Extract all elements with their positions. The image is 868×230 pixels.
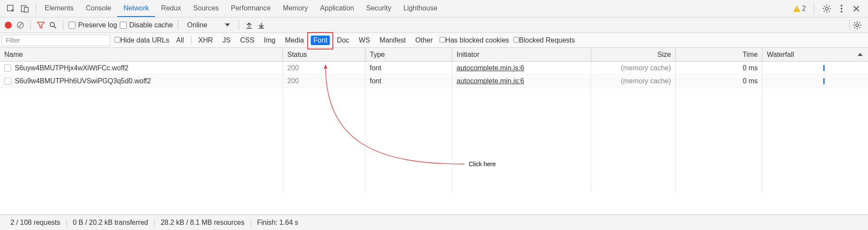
chip-css[interactable]: CSS <box>237 36 257 45</box>
chip-doc[interactable]: Doc <box>334 36 352 45</box>
file-icon <box>4 65 11 72</box>
throttling-select[interactable]: Online <box>184 21 233 29</box>
column-size[interactable]: Size <box>591 48 676 61</box>
chip-font[interactable]: Font <box>311 36 330 45</box>
tab-sources[interactable]: Sources <box>187 0 225 17</box>
cell-name: S6uyw4BMUTPHjx4wXiWtFCc.woff2 <box>0 62 283 74</box>
annotation-label: Click here <box>469 161 496 168</box>
gear-icon[interactable] <box>822 4 832 13</box>
filter-toggle-icon[interactable] <box>36 20 46 30</box>
tab-performance[interactable]: Performance <box>225 0 277 17</box>
svg-point-5 <box>825 7 828 10</box>
file-icon <box>4 78 11 85</box>
tab-redux[interactable]: Redux <box>155 0 187 17</box>
tab-console[interactable]: Console <box>80 0 118 17</box>
chip-xhr[interactable]: XHR <box>196 36 216 45</box>
throttling-value: Online <box>187 21 207 29</box>
chip-manifest[interactable]: Manifest <box>377 36 408 45</box>
download-har-icon[interactable] <box>256 20 266 30</box>
cell-name: S6u9w4BMUTPHh6UVSwiPGQ3q5d0.woff2 <box>0 75 283 87</box>
close-icon[interactable] <box>852 4 861 13</box>
preserve-log-checkbox[interactable]: Preserve log <box>69 21 117 29</box>
divider <box>191 36 191 44</box>
column-time[interactable]: Time <box>676 48 763 61</box>
warning-count: 2 <box>802 5 806 13</box>
cell-time: 0 ms <box>676 75 763 87</box>
cell-type: font <box>365 75 452 87</box>
svg-point-16 <box>841 11 842 13</box>
clear-button[interactable] <box>16 20 25 30</box>
column-name[interactable]: Name <box>0 48 283 61</box>
svg-line-33 <box>859 22 861 23</box>
table-row[interactable]: S6u9w4BMUTPHh6UVSwiPGQ3q5d0.woff2 200 fo… <box>0 75 868 88</box>
preserve-log-label: Preserve log <box>78 21 117 29</box>
has-blocked-cookies-checkbox[interactable]: Has blocked cookies <box>440 36 509 44</box>
panel-tab-list: Elements Console Network Redux Sources P… <box>39 0 444 17</box>
cell-status: 200 <box>283 75 365 87</box>
blocked-requests-label: Blocked Requests <box>519 36 575 44</box>
chip-all[interactable]: All <box>174 36 187 45</box>
cell-waterfall <box>763 62 868 74</box>
chip-js[interactable]: JS <box>220 36 233 45</box>
svg-point-14 <box>841 5 842 7</box>
network-table-header: Name Status Type Initiator Size Time Wat… <box>0 48 868 62</box>
column-waterfall[interactable]: Waterfall <box>763 48 868 61</box>
device-toggle-icon[interactable] <box>20 4 30 13</box>
search-icon[interactable] <box>48 20 58 30</box>
svg-line-32 <box>854 27 855 28</box>
tab-application[interactable]: Application <box>314 0 360 17</box>
waterfall-bar <box>823 78 825 84</box>
initiator-link[interactable]: autocomplete.min.js:6 <box>457 64 524 72</box>
warnings-badge[interactable]: 2 <box>793 5 806 13</box>
svg-line-13 <box>829 6 830 7</box>
cell-initiator: autocomplete.min.js:6 <box>452 62 591 74</box>
divider <box>239 20 239 30</box>
svg-rect-2 <box>24 7 28 12</box>
chip-img[interactable]: Img <box>261 36 278 45</box>
cell-status: 200 <box>283 62 365 74</box>
record-icon <box>5 22 12 29</box>
tab-elements[interactable]: Elements <box>39 0 80 17</box>
svg-rect-4 <box>796 10 797 11</box>
sort-ascending-icon <box>858 53 863 56</box>
gear-icon[interactable] <box>852 20 862 30</box>
inspect-element-icon[interactable] <box>6 4 16 13</box>
upload-har-icon[interactable] <box>244 20 254 30</box>
svg-line-10 <box>824 6 825 7</box>
kebab-menu-icon[interactable] <box>837 4 846 13</box>
tab-security[interactable]: Security <box>360 0 398 17</box>
cell-size: (memory cache) <box>591 62 676 74</box>
blocked-requests-checkbox[interactable]: Blocked Requests <box>513 36 575 44</box>
initiator-link[interactable]: autocomplete.min.js:6 <box>457 77 524 85</box>
table-row[interactable]: S6uyw4BMUTPHjx4wXiWtFCc.woff2 200 font a… <box>0 62 868 75</box>
hide-data-urls-checkbox[interactable]: Hide data URLs <box>115 36 169 44</box>
tab-lighthouse[interactable]: Lighthouse <box>398 0 444 17</box>
network-toolbar: Preserve log Disable cache Online <box>0 17 868 33</box>
svg-line-12 <box>824 10 825 12</box>
cell-initiator: autocomplete.min.js:6 <box>452 75 591 87</box>
record-button[interactable] <box>3 20 13 30</box>
chip-ws[interactable]: WS <box>356 36 373 45</box>
column-type[interactable]: Type <box>365 48 452 61</box>
cell-time: 0 ms <box>676 62 763 74</box>
column-waterfall-label: Waterfall <box>767 51 794 59</box>
top-right-group: 2 <box>793 3 865 14</box>
chevron-down-icon <box>225 23 230 26</box>
svg-point-15 <box>841 8 842 10</box>
chip-other[interactable]: Other <box>413 36 435 45</box>
status-requests: 2 / 108 requests <box>4 219 67 227</box>
divider <box>30 20 31 30</box>
column-status[interactable]: Status <box>283 48 365 61</box>
filter-input[interactable] <box>2 35 110 46</box>
svg-point-21 <box>50 22 55 26</box>
tab-network[interactable]: Network <box>117 0 155 17</box>
disable-cache-checkbox[interactable]: Disable cache <box>120 21 173 29</box>
file-name: S6u9w4BMUTPHh6UVSwiPGQ3q5d0.woff2 <box>15 77 151 85</box>
chip-media[interactable]: Media <box>283 36 307 45</box>
column-initiator[interactable]: Initiator <box>452 48 591 61</box>
has-blocked-cookies-label: Has blocked cookies <box>445 36 509 44</box>
status-transferred: 0 B / 20.2 kB transferred <box>67 219 155 227</box>
tab-memory[interactable]: Memory <box>277 0 314 17</box>
status-bar: 2 / 108 requests 0 B / 20.2 kB transferr… <box>0 214 868 230</box>
divider <box>63 20 63 30</box>
